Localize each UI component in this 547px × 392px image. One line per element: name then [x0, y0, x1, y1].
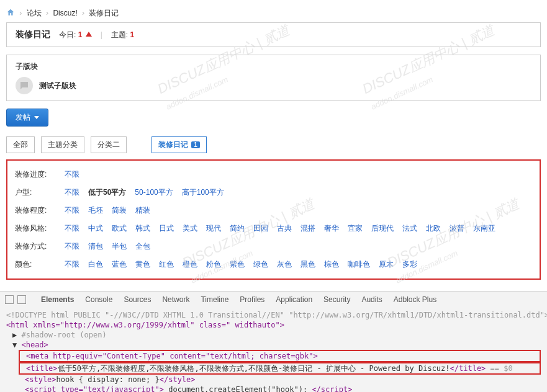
filter-option[interactable]: 混搭: [301, 223, 315, 234]
filter-label: 装修方式:: [15, 241, 65, 252]
filter-label: 装修风格:: [15, 223, 65, 234]
filter-option[interactable]: 咖啡色: [348, 259, 370, 270]
filter-option[interactable]: 黄色: [135, 259, 150, 270]
devtools-device-icon[interactable]: [17, 295, 26, 304]
filter-option[interactable]: 红色: [159, 259, 174, 270]
filter-row: 装修风格:不限中式欧式韩式日式美式现代简约田园古典混搭奢华宜家后现代法式北欧波普…: [15, 220, 532, 238]
devtools-tab[interactable]: Console: [85, 295, 112, 304]
devtools-tabs: ElementsConsoleSourcesNetworkTimelinePro…: [30, 294, 448, 305]
today-count: 1: [78, 30, 83, 39]
arrow-up-icon: [86, 32, 92, 37]
devtools-tab[interactable]: Adblock Plus: [394, 295, 436, 304]
filter-option[interactable]: 棕色: [324, 259, 339, 270]
sub-boards-card: 子版块 测试子版块: [6, 55, 541, 101]
tab-all[interactable]: 全部: [6, 136, 35, 153]
tab-badge: 1: [191, 141, 200, 148]
tab-active-diary[interactable]: 装修日记 1: [151, 136, 207, 153]
breadcrumb: › 论坛 › Discuz! › 装修日记: [6, 4, 541, 22]
filter-option[interactable]: 北欧: [426, 223, 441, 234]
sub-board-item[interactable]: 测试子版块: [16, 77, 531, 94]
home-icon[interactable]: [6, 9, 17, 17]
filter-option[interactable]: 现代: [206, 223, 221, 234]
devtools-tab[interactable]: Application: [276, 295, 312, 304]
filter-option[interactable]: 高于100平方: [182, 187, 224, 198]
filter-option[interactable]: 宜家: [348, 223, 363, 234]
filter-label: 颜色:: [15, 259, 65, 270]
filter-option[interactable]: 韩式: [135, 223, 150, 234]
filter-row: 颜色:不限白色蓝色黄色红色橙色粉色紫色绿色灰色黑色棕色咖啡色原木多彩: [15, 256, 532, 274]
crumb-current[interactable]: 装修日记: [89, 9, 119, 17]
filter-tabs: 全部 主题分类 分类二 装修日记 1: [6, 136, 541, 153]
filter-option[interactable]: 东南亚: [473, 223, 495, 234]
filter-option[interactable]: 法式: [402, 223, 417, 234]
filter-option[interactable]: 欧式: [112, 223, 127, 234]
crumb-discuz[interactable]: Discuz!: [53, 9, 77, 17]
filter-option[interactable]: 不限: [65, 169, 79, 180]
topics-count: 1: [130, 30, 135, 39]
devtools-tab[interactable]: Timeline: [201, 295, 228, 304]
filter-row: 户型:不限低于50平方50-100平方高于100平方: [15, 184, 532, 202]
filter-option[interactable]: 白色: [88, 259, 103, 270]
filter-option[interactable]: 蓝色: [112, 259, 127, 270]
filter-option[interactable]: 全包: [135, 241, 150, 252]
forum-header: 装修日记 今日: 1 | 主题: 1: [6, 22, 541, 47]
filter-option[interactable]: 粉色: [206, 259, 221, 270]
new-post-button[interactable]: 发帖: [6, 109, 48, 127]
filter-option[interactable]: 精装: [135, 205, 150, 216]
filter-option[interactable]: 黑色: [301, 259, 315, 270]
filter-option[interactable]: 不限: [65, 223, 79, 234]
filter-option[interactable]: 半包: [112, 241, 127, 252]
filter-option[interactable]: 灰色: [277, 259, 292, 270]
filter-option[interactable]: 橙色: [183, 259, 197, 270]
filter-panel: 装修进度:不限户型:不限低于50平方50-100平方高于100平方装修程度:不限…: [6, 159, 541, 280]
devtools-tab[interactable]: Security: [323, 295, 350, 304]
devtools-tab[interactable]: Audits: [361, 295, 382, 304]
highlighted-meta: <meta http-equiv="Content-Type" content=…: [19, 350, 541, 362]
filter-option[interactable]: 波普: [450, 223, 464, 234]
filter-option[interactable]: 后现代: [371, 223, 394, 234]
filter-option[interactable]: 简装: [112, 205, 127, 216]
forum-title: 装修日记: [16, 29, 50, 40]
filter-option[interactable]: 毛坯: [88, 205, 103, 216]
filter-option[interactable]: 不限: [65, 259, 79, 270]
devtools-source: <!DOCTYPE html PUBLIC "-//W3C//DTD XHTML…: [0, 308, 547, 392]
sub-head: 子版块: [16, 61, 531, 72]
filter-option[interactable]: 不限: [65, 241, 79, 252]
devtools: ElementsConsoleSourcesNetworkTimelinePro…: [0, 291, 547, 392]
filter-option[interactable]: 不限: [65, 187, 79, 198]
filter-option[interactable]: 奢华: [324, 223, 339, 234]
devtools-tab[interactable]: Sources: [124, 295, 151, 304]
filter-option[interactable]: 紫色: [230, 259, 245, 270]
tab-category[interactable]: 主题分类: [41, 136, 84, 153]
devtools-inspect-icon[interactable]: [5, 295, 14, 304]
filter-option[interactable]: 原木: [379, 259, 394, 270]
highlighted-title: <title>低于50平方,不限装修程度,不限装修风格,不限装修方式,不限颜色-…: [19, 362, 541, 375]
tab-category2[interactable]: 分类二: [91, 136, 127, 153]
crumb-forum[interactable]: 论坛: [27, 9, 42, 17]
filter-option[interactable]: 田园: [253, 223, 268, 234]
filter-option[interactable]: 古典: [277, 223, 292, 234]
filter-label: 装修进度:: [15, 169, 65, 180]
filter-label: 户型:: [15, 187, 65, 198]
devtools-tab[interactable]: Profiles: [240, 295, 264, 304]
filter-label: 装修程度:: [15, 205, 65, 216]
devtools-tab[interactable]: Network: [162, 295, 189, 304]
filter-option[interactable]: 简约: [230, 223, 245, 234]
avatar-icon: [16, 77, 33, 94]
filter-option[interactable]: 多彩: [402, 259, 417, 270]
filter-row: 装修程度:不限毛坯简装精装: [15, 202, 532, 220]
filter-option[interactable]: 中式: [88, 223, 103, 234]
filter-option[interactable]: 不限: [65, 205, 79, 216]
filter-row: 装修进度:不限: [15, 166, 532, 184]
filter-option[interactable]: 日式: [159, 223, 174, 234]
filter-option[interactable]: 50-100平方: [135, 187, 173, 198]
filter-option[interactable]: 绿色: [253, 259, 268, 270]
filter-row: 装修方式:不限清包半包全包: [15, 238, 532, 256]
filter-option[interactable]: 美式: [183, 223, 197, 234]
filter-option[interactable]: 低于50平方: [88, 187, 126, 198]
devtools-tab[interactable]: Elements: [41, 295, 74, 304]
filter-option[interactable]: 清包: [88, 241, 103, 252]
